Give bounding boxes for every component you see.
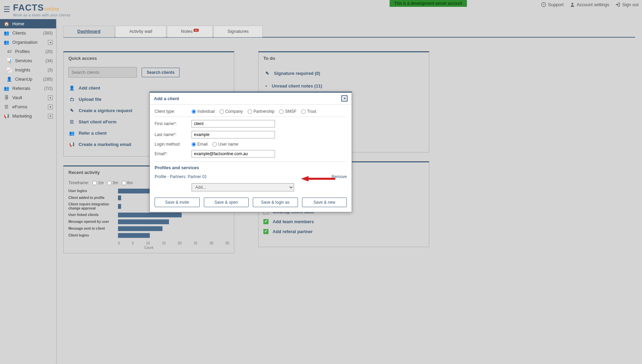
referrals-icon: 👥 xyxy=(3,86,10,91)
edit-icon: ✎ xyxy=(265,71,269,76)
app-logo: FACTSonline Work as a team with your cli… xyxy=(13,2,70,17)
user-icon xyxy=(570,2,575,7)
first-name-input[interactable] xyxy=(192,120,275,127)
search-clients-input[interactable] xyxy=(68,67,137,78)
gs-add-referral[interactable]: Add referal partner xyxy=(259,227,429,237)
nav-referrals[interactable]: 👥 Referrals (7/2) xyxy=(0,84,56,93)
expand-icon[interactable]: ▾ xyxy=(48,95,53,100)
dev-banner: This is a development server account xyxy=(390,0,467,7)
client-type-trust[interactable]: Trust xyxy=(301,109,316,114)
modal-title: Add a client xyxy=(154,96,179,101)
tab-activity[interactable]: Activity wall xyxy=(115,26,166,37)
checkbox-checked-icon xyxy=(263,229,268,234)
marketing-icon: 📢 xyxy=(3,113,10,119)
svg-marker-3 xyxy=(301,176,335,181)
client-type-smsf[interactable]: SMSF xyxy=(279,109,296,114)
sign-out-link[interactable]: Sign out xyxy=(615,2,639,7)
main-tabs: Dashboard Activity wall Notes11 Signatur… xyxy=(63,25,635,38)
chart-row: Message sent to client xyxy=(68,226,229,231)
chart-row: Message opened by user xyxy=(68,219,229,224)
collapse-icon[interactable]: ◂ xyxy=(48,40,53,45)
add-profile-select[interactable]: Add... xyxy=(192,183,294,191)
todo-signature-required[interactable]: ✎Signature required (0) xyxy=(263,67,424,80)
nav-organisation[interactable]: 👥 Organisation ◂ xyxy=(0,38,56,47)
save-open-button[interactable]: Save & open xyxy=(204,198,249,207)
tag-icon: 🏷 xyxy=(6,49,12,54)
save-invite-button[interactable]: Save & invite xyxy=(155,198,200,207)
chart-axis-label: Count xyxy=(68,246,229,250)
chart-bar xyxy=(118,213,182,217)
nav-clients[interactable]: 👥 Clients (383) xyxy=(0,28,56,38)
chart-bar xyxy=(118,196,121,200)
people-icon: 👥 xyxy=(69,131,75,136)
add-client-modal: Add a client ✕ Client type: Individual C… xyxy=(149,92,352,212)
nav-vault[interactable]: 🗄 Vault ▾ xyxy=(0,93,56,102)
support-link[interactable]: ? Support xyxy=(541,2,564,7)
logo-online: online xyxy=(44,6,59,12)
organisation-icon: 👥 xyxy=(3,40,10,45)
sign-out-icon xyxy=(615,2,620,7)
megaphone-icon: 📢 xyxy=(69,142,75,147)
chart-row: Client logins xyxy=(68,233,229,238)
chart-axis: 05101520253035 xyxy=(118,240,229,245)
login-method-label: Login method: xyxy=(155,142,192,147)
nav-marketing[interactable]: 📢 Marketing ▾ xyxy=(0,111,56,121)
clients-icon: 👥 xyxy=(3,30,10,36)
account-settings-link[interactable]: Account settings xyxy=(570,2,609,7)
timeframe-1m[interactable]: 1m xyxy=(92,180,104,185)
email-input[interactable] xyxy=(192,150,275,158)
annotation-arrow xyxy=(301,175,335,183)
tab-notes[interactable]: Notes11 xyxy=(167,26,213,37)
chart-bar xyxy=(118,204,121,209)
logo-text: FACTS xyxy=(13,2,44,13)
nav-eforms[interactable]: ☰ eForms ▾ xyxy=(0,102,56,111)
note-icon: ▪ xyxy=(265,83,267,89)
timeframe-3m[interactable]: 3m xyxy=(107,180,118,185)
modal-close-button[interactable]: ✕ xyxy=(341,95,348,102)
nav-profiles[interactable]: 🏷 Profiles (20) xyxy=(0,47,56,56)
chart-label: User linked clients xyxy=(68,213,118,217)
chart-label: Message sent to client xyxy=(68,227,118,231)
last-name-input[interactable] xyxy=(192,131,275,138)
logo-subtitle: Work as a team with your clients xyxy=(13,13,70,17)
client-type-partnership[interactable]: Partnership xyxy=(248,109,274,114)
app-header: ☰ FACTSonline Work as a team with your c… xyxy=(0,0,642,19)
signature-icon: ✎ xyxy=(69,108,75,113)
upload-icon: 🗀 xyxy=(69,97,75,102)
quick-access-title: Quick access xyxy=(64,52,234,64)
help-icon: ? xyxy=(541,2,546,7)
save-login-button[interactable]: Save & login as xyxy=(253,198,298,207)
chart-bar xyxy=(118,219,169,224)
checkbox-checked-icon xyxy=(263,219,268,224)
client-type-company[interactable]: Company xyxy=(220,109,243,114)
timeframe-6m[interactable]: 6m xyxy=(122,180,133,185)
login-method-email[interactable]: Email xyxy=(192,142,208,147)
nav-cleanup[interactable]: 👤 CleanUp (285) xyxy=(0,75,56,84)
todo-title: To do xyxy=(259,52,429,64)
expand-icon[interactable]: ▾ xyxy=(48,114,53,119)
home-icon: 🏠 xyxy=(3,21,10,26)
nav-services[interactable]: 📊 Services (34) xyxy=(0,56,56,65)
save-new-button[interactable]: Save & new xyxy=(302,198,347,207)
chart-bar xyxy=(118,226,162,231)
chart-row: User linked clients xyxy=(68,213,229,217)
todo-unread-notes[interactable]: ▪Unread client notes (11) xyxy=(263,80,424,92)
eforms-icon: ☰ xyxy=(3,104,10,109)
chart-label: Client added to profile xyxy=(68,196,118,200)
tab-signatures[interactable]: Signatures xyxy=(213,26,263,37)
client-type-individual[interactable]: Individual xyxy=(192,109,215,114)
search-clients-button[interactable]: Search clients xyxy=(142,68,180,77)
chart-label: Message opened by user xyxy=(68,220,118,224)
login-method-username[interactable]: User name xyxy=(212,142,238,147)
notes-badge: 11 xyxy=(194,29,199,32)
profiles-section-title: Profiles and services xyxy=(155,161,347,172)
nav-insights[interactable]: 📈 Insights (3) xyxy=(0,65,56,75)
first-name-label: First name*: xyxy=(155,121,192,126)
nav-home[interactable]: 🏠 Home xyxy=(0,19,56,28)
cleanup-icon: 👤 xyxy=(6,77,12,82)
tab-dashboard[interactable]: Dashboard xyxy=(63,26,115,37)
gs-add-team[interactable]: Add team members xyxy=(259,217,429,227)
expand-icon[interactable]: ▾ xyxy=(48,105,53,109)
vault-icon: 🗄 xyxy=(3,95,10,100)
menu-toggle-icon[interactable]: ☰ xyxy=(3,5,10,14)
